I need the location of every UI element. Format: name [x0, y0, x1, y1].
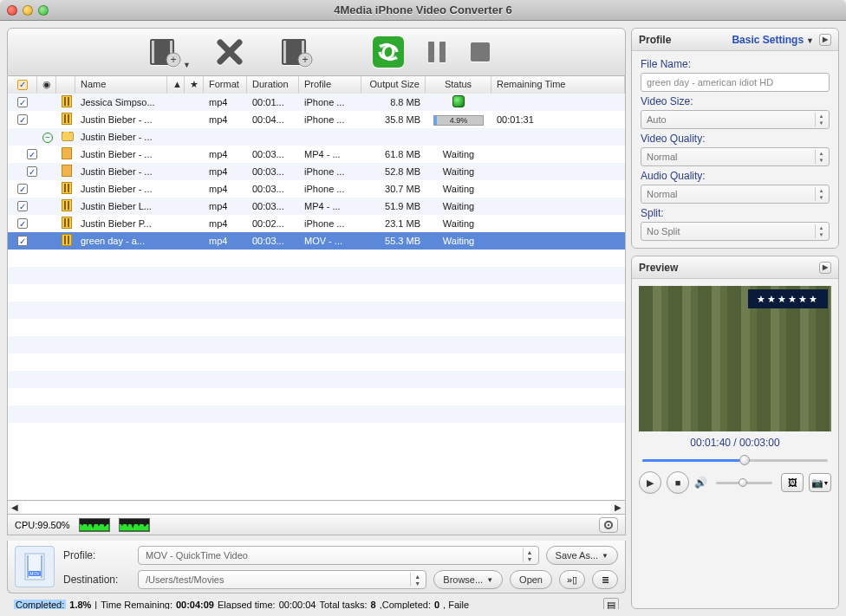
split-select[interactable]: No Split▲▼ [641, 222, 830, 241]
video-quality-select[interactable]: Normal▲▼ [641, 147, 830, 166]
status-bar: Completed: 1.8% | Time Remaining: 00:04:… [7, 593, 626, 609]
row-name: Justin Bieber P... [75, 218, 167, 229]
film-icon [62, 113, 72, 125]
table-row-empty [8, 284, 625, 302]
svg-point-15 [608, 523, 609, 525]
file-name-input[interactable]: green day - american idiot HD [641, 73, 830, 92]
remove-button[interactable] [205, 33, 255, 71]
preview-video[interactable]: ★★★★★★ [639, 286, 831, 431]
preview-expand-button[interactable]: ▶ [819, 262, 831, 274]
open-button[interactable]: Open [510, 570, 552, 589]
scroll-right-icon[interactable]: ▶ [611, 502, 625, 514]
svg-text:+: + [170, 54, 176, 66]
row-checkbox[interactable]: ✓ [17, 218, 28, 229]
table-row[interactable]: ✓Justin Bieber - ...mp400:03...MP4 - ...… [8, 146, 625, 163]
row-checkbox[interactable]: ✓ [27, 149, 37, 159]
row-checkbox[interactable]: ✓ [17, 184, 28, 194]
header-output[interactable]: Output Size [361, 76, 426, 94]
svg-rect-1 [152, 41, 154, 63]
convert-button[interactable] [369, 33, 407, 71]
document-icon [62, 147, 72, 159]
output-profile-icon[interactable]: MOV [15, 546, 55, 587]
row-name: green day - a... [75, 236, 167, 246]
header-profile[interactable]: Profile [299, 76, 361, 94]
snapshot-button[interactable]: 📷▼ [809, 473, 831, 492]
table-row[interactable]: ✓Justin Bieber - ...mp400:03...iPhone ..… [8, 180, 625, 198]
table-row[interactable]: −Justin Bieber - ... [8, 128, 625, 146]
row-checkbox[interactable]: ✓ [17, 236, 28, 246]
pause-button[interactable] [423, 33, 451, 71]
header-marker[interactable]: ◉ [37, 76, 56, 94]
audio-quality-select[interactable]: Normal▲▼ [641, 185, 830, 204]
table-row[interactable]: ✓Jessica Simpso...mp400:01...iPhone ...8… [8, 94, 625, 111]
header-remaining[interactable]: Remaining Time [491, 76, 625, 94]
settings-gear-button[interactable] [599, 517, 618, 533]
svg-text:+: + [302, 54, 308, 66]
browse-button[interactable]: Browse...▼ [433, 570, 503, 589]
audio-quality-label: Audio Quality: [641, 170, 830, 182]
table-row[interactable]: ✓green day - a...mp400:03...MOV - ...55.… [8, 232, 625, 250]
stop-button[interactable] [466, 33, 494, 71]
profile-combo[interactable]: MOV - QuickTime Video ▲▼ [138, 546, 539, 565]
table-row[interactable]: ✓Justin Bieber - ...mp400:04...iPhone ..… [8, 111, 625, 128]
row-checkbox[interactable]: ✓ [27, 166, 37, 177]
row-name: Justin Bieber - ... [75, 166, 167, 177]
main-toolbar: + ▼ + [7, 28, 626, 76]
report-icon[interactable]: ▤ [603, 598, 619, 610]
film-icon [62, 95, 72, 107]
video-size-select[interactable]: Auto▲▼ [641, 110, 830, 129]
file-list[interactable]: ✓Jessica Simpso...mp400:01...iPhone ...8… [7, 94, 626, 501]
add-output-button[interactable]: + [270, 33, 321, 71]
preview-seek-slider[interactable] [642, 456, 828, 464]
snapshot-folder-button[interactable]: 🖼 [781, 473, 804, 492]
open-output-button[interactable]: »▯ [559, 570, 585, 589]
cpu-bar: CPU:99.50% [7, 515, 626, 535]
save-as-button[interactable]: Save As...▼ [546, 546, 618, 565]
scroll-left-icon[interactable]: ◀ [8, 502, 22, 514]
cpu-label: CPU:99.50% [15, 520, 70, 530]
gear-icon [603, 520, 614, 530]
flag-overlay: ★★★★★★ [748, 289, 828, 308]
window-title: 4Media iPhone Video Converter 6 [0, 3, 846, 16]
row-checkbox[interactable]: ✓ [17, 201, 28, 211]
header-icon[interactable] [56, 76, 75, 94]
header-duration[interactable]: Duration [247, 76, 299, 94]
header-status[interactable]: Status [426, 76, 491, 94]
volume-slider[interactable] [716, 479, 772, 486]
file-name-label: File Name: [641, 58, 830, 70]
row-name: Justin Bieber - ... [75, 114, 167, 125]
status-completed-label: Completed: [14, 600, 66, 609]
film-icon [62, 234, 72, 246]
svg-rect-12 [439, 42, 446, 62]
row-checkbox[interactable]: ✓ [17, 97, 28, 107]
table-row[interactable]: ✓Justin Bieber P...mp400:02...iPhone ...… [8, 215, 625, 232]
header-star[interactable]: ★ [185, 76, 204, 94]
table-row[interactable]: ✓Justin Bieber L...mp400:03...MP4 - ...5… [8, 198, 625, 215]
svg-text:MOV: MOV [29, 571, 40, 576]
progress-bar: 4.9% [433, 115, 484, 126]
svg-rect-18 [41, 555, 42, 578]
collapse-icon[interactable]: − [42, 133, 53, 143]
basic-settings-link[interactable]: Basic Settings▼ [732, 34, 814, 46]
row-name: Justin Bieber - ... [75, 132, 167, 142]
row-checkbox[interactable]: ✓ [17, 114, 28, 125]
svg-rect-17 [27, 555, 29, 578]
table-row-empty [8, 353, 625, 371]
film-icon [62, 217, 72, 229]
stop-preview-button[interactable]: ■ [667, 471, 689, 494]
list-view-button[interactable]: ≣ [592, 570, 618, 589]
profile-next-button[interactable]: ▶ [819, 34, 831, 46]
horizontal-scrollbar[interactable]: ◀ ▶ [7, 501, 626, 515]
header-name[interactable]: Name [75, 76, 167, 94]
destination-combo[interactable]: /Users/test/Movies ▲▼ [138, 570, 426, 589]
play-button[interactable]: ▶ [639, 471, 661, 494]
header-check[interactable]: ✓ [8, 76, 37, 94]
header-sort[interactable]: ▲ [167, 76, 185, 94]
table-row[interactable]: ✓Justin Bieber - ...mp400:03...iPhone ..… [8, 163, 625, 180]
table-row-empty [8, 267, 625, 284]
add-file-button[interactable]: + ▼ [139, 33, 189, 71]
volume-icon[interactable]: 🔊 [694, 477, 707, 489]
svg-rect-6 [283, 41, 286, 63]
svg-rect-10 [373, 36, 404, 68]
header-format[interactable]: Format [204, 76, 247, 94]
